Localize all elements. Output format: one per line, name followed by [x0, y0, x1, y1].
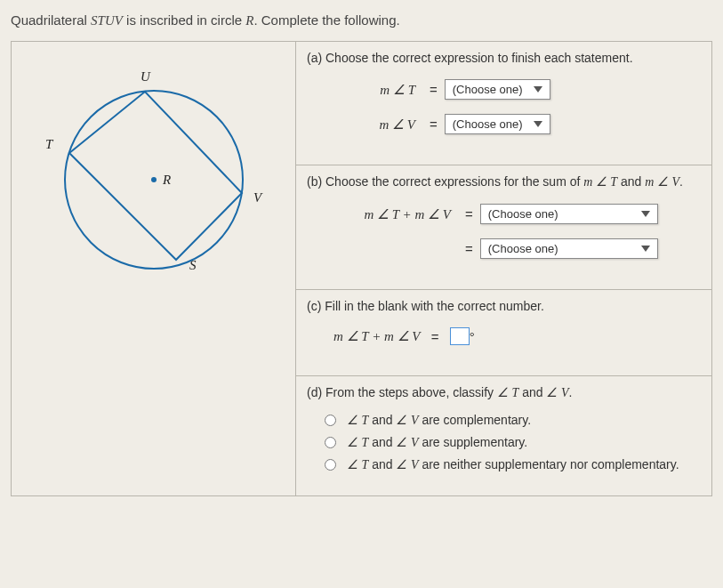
part-b-exp2: m ∠ V [645, 175, 679, 189]
part-b: (b) Choose the correct expressions for t… [296, 165, 711, 290]
option-text: ∠ T and ∠ V are supplementary. [347, 435, 527, 450]
part-b-head-mid: and [617, 174, 645, 189]
part-c: (c) Fill in the blank with the correct n… [296, 290, 711, 376]
part-a-lhs-2: m ∠ V [333, 117, 422, 133]
label-S: S [189, 258, 197, 272]
select-label: (Choose one) [453, 117, 523, 131]
label-V: V [253, 190, 263, 205]
part-a-select-1[interactable]: (Choose one) [445, 79, 550, 100]
part-a-select-2[interactable]: (Choose one) [445, 114, 550, 134]
equals-sign: = [421, 329, 450, 344]
part-d-head-pre: (d) From the steps above, classify [307, 385, 497, 399]
option-text: ∠ T and ∠ V are neither supplementary no… [347, 457, 679, 472]
part-d-a2: ∠ V [546, 386, 568, 399]
part-b-row-2: = (Choose one) [333, 238, 701, 259]
part-d-option-1[interactable]: ∠ T and ∠ V are complementary. [325, 413, 701, 428]
prompt-shape: STUV [91, 13, 123, 28]
chevron-down-icon [641, 211, 650, 217]
questions-column: (a) Choose the correct expression to fin… [296, 42, 711, 495]
svg-point-2 [151, 177, 157, 182]
part-b-select-1[interactable]: (Choose one) [480, 204, 658, 224]
chevron-down-icon [534, 121, 542, 127]
circle-diagram: T U V S R [20, 60, 287, 309]
label-T: T [45, 137, 54, 151]
part-d-option-3[interactable]: ∠ T and ∠ V are neither supplementary no… [325, 457, 701, 472]
part-d-head-mid: and [518, 385, 546, 399]
part-d-head: (d) From the steps above, classify ∠ T a… [307, 385, 701, 400]
equals-sign: = [422, 82, 445, 97]
part-d-head-post: . [568, 385, 572, 399]
part-d-option-2[interactable]: ∠ T and ∠ V are supplementary. [325, 435, 701, 450]
part-d: (d) From the steps above, classify ∠ T a… [296, 376, 711, 495]
part-c-head: (c) Fill in the blank with the correct n… [307, 299, 701, 313]
part-b-head-pre: (b) Choose the correct expressions for t… [307, 174, 583, 189]
part-b-head: (b) Choose the correct expressions for t… [307, 174, 701, 189]
part-b-select-2[interactable]: (Choose one) [480, 238, 658, 259]
option-text: ∠ T and ∠ V are complementary. [347, 413, 531, 428]
problem-statement: Quadrilateral STUV is inscribed in circl… [11, 7, 712, 41]
prompt-text-pre: Quadrilateral [11, 12, 91, 28]
part-c-lhs: m ∠ T + m ∠ V [333, 328, 421, 344]
prompt-text-post: . Complete the following. [253, 12, 399, 28]
equals-sign: = [458, 206, 480, 222]
part-b-row-1: m ∠ T + m ∠ V = (Choose one) [333, 204, 701, 224]
select-label: (Choose one) [488, 242, 558, 255]
part-d-a1: ∠ T [497, 386, 518, 399]
equals-sign: = [458, 241, 480, 256]
prompt-text-mid: is inscribed in circle [123, 12, 245, 28]
equals-sign: = [422, 117, 445, 132]
degree-unit: ° [470, 329, 475, 344]
part-a: (a) Choose the correct expression to fin… [296, 42, 711, 165]
part-b-head-post: . [679, 174, 683, 189]
select-label: (Choose one) [488, 207, 558, 221]
chevron-down-icon [534, 86, 542, 93]
part-a-head: (a) Choose the correct expression to fin… [307, 51, 701, 65]
radio-input[interactable] [325, 437, 336, 448]
select-label: (Choose one) [453, 83, 523, 96]
part-a-row-2: m ∠ V = (Choose one) [333, 114, 701, 134]
part-b-exp1: m ∠ T [583, 175, 617, 189]
content-table: T U V S R (a) Choose the correct express… [11, 41, 712, 496]
part-c-input[interactable] [450, 327, 470, 345]
part-a-row-1: m ∠ T = (Choose one) [333, 79, 701, 100]
label-R: R [162, 173, 171, 187]
part-a-lhs-1: m ∠ T [333, 82, 422, 98]
diagram-cell: T U V S R [12, 42, 296, 495]
chevron-down-icon [641, 246, 650, 252]
part-b-lhs: m ∠ T + m ∠ V [333, 206, 458, 222]
radio-input[interactable] [325, 459, 336, 471]
radio-input[interactable] [325, 415, 336, 426]
label-U: U [141, 69, 151, 84]
part-c-row: m ∠ T + m ∠ V = ° [333, 327, 701, 345]
